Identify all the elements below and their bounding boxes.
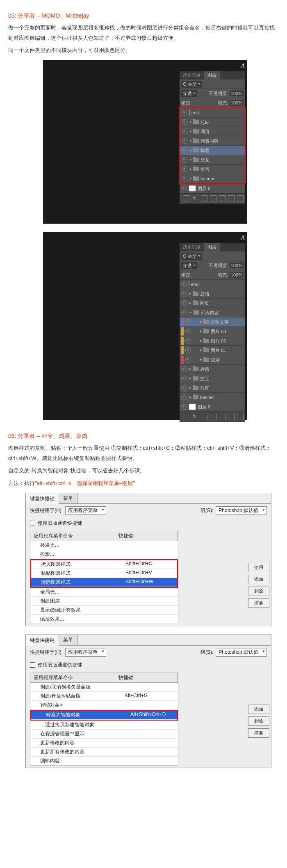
eye-icon[interactable] xyxy=(185,357,191,363)
eye-icon[interactable] xyxy=(185,347,191,353)
table-row[interactable]: 通过拷贝新建智能对象 xyxy=(30,721,178,730)
eye-icon[interactable] xyxy=(181,385,187,391)
adj-icon[interactable] xyxy=(210,195,216,202)
table-row[interactable]: 更新所有修改的内容 xyxy=(30,748,178,757)
layer-row[interactable]: 标题 xyxy=(180,365,245,374)
tab-shortcuts[interactable]: 键盘快捷键 xyxy=(26,494,59,504)
eye-icon[interactable] xyxy=(181,310,187,315)
btn-use[interactable]: 使用 xyxy=(248,563,269,572)
table-row[interactable]: 显示/隐藏所有效果 xyxy=(30,606,178,615)
folder-icon[interactable] xyxy=(219,195,226,202)
table-row[interactable]: 清除图层样式Shift+Ctrl+W xyxy=(31,578,177,587)
layer-row[interactable]: 列表内容 xyxy=(180,308,245,317)
layer-row[interactable]: 交互 xyxy=(180,155,245,165)
eye-icon[interactable] xyxy=(182,147,187,153)
eye-icon[interactable] xyxy=(185,319,191,325)
eye-icon[interactable] xyxy=(182,157,187,163)
tab-layers[interactable]: 图层 xyxy=(204,71,220,79)
table-row[interactable]: 缩放效果... xyxy=(30,615,178,624)
layer-row[interactable]: banner xyxy=(180,393,245,402)
btn-summary[interactable]: 摘要 xyxy=(248,598,269,608)
layer-row[interactable]: 前言 xyxy=(180,383,245,393)
eye-icon[interactable] xyxy=(185,329,191,334)
legacy-checkbox[interactable] xyxy=(30,662,35,668)
eye-icon[interactable] xyxy=(181,291,187,297)
opacity-value[interactable]: 100% xyxy=(230,91,244,96)
layer-row[interactable]: 总结 xyxy=(180,118,245,127)
mask-icon[interactable] xyxy=(201,195,207,202)
table-row[interactable]: 创建/取消创换矢量蒙版 xyxy=(30,683,178,692)
eye-icon[interactable] xyxy=(181,300,187,306)
layer-row[interactable]: end xyxy=(180,280,245,289)
eye-icon[interactable] xyxy=(181,404,187,410)
new-icon[interactable] xyxy=(228,195,235,202)
table-row[interactable]: 粘贴图层样式Shift+Ctrl+V xyxy=(31,569,177,578)
btn-summary[interactable]: 摘要 xyxy=(248,728,269,738)
eye-icon[interactable] xyxy=(181,376,187,381)
eye-icon[interactable] xyxy=(181,366,187,372)
layer-row[interactable]: banner xyxy=(180,174,245,184)
table-row[interactable]: 智能对象> xyxy=(30,701,178,710)
kind-dropdown[interactable]: Q 类型 xyxy=(181,81,202,88)
trash-icon[interactable] xyxy=(237,195,244,202)
legacy-checkbox[interactable] xyxy=(30,521,35,526)
eye-icon[interactable] xyxy=(182,110,187,116)
opacity-value[interactable]: 100% xyxy=(230,263,244,268)
fill-value[interactable]: 100% xyxy=(230,100,244,106)
blend-dropdown[interactable]: 穿透 xyxy=(181,90,197,97)
blend-dropdown[interactable]: 穿透 xyxy=(181,262,197,269)
layer-row[interactable]: 图片 02 xyxy=(180,336,245,346)
table-row[interactable]: 在资源管理器中显示 xyxy=(30,730,178,739)
eye-icon[interactable] xyxy=(182,176,187,181)
layer-row[interactable]: 图层 0 xyxy=(180,402,245,412)
table-row[interactable]: 全局光... xyxy=(30,588,178,597)
tab-history[interactable]: 历史记录 xyxy=(180,71,204,79)
layer-row[interactable]: 网页 xyxy=(180,299,245,308)
layer-row[interactable]: 前言 xyxy=(180,165,245,174)
fill-value[interactable]: 100% xyxy=(230,272,244,278)
table-row[interactable]: 创建/释放剪贴蒙版Alt+Ctrl+G xyxy=(30,692,178,701)
table-row[interactable]: 拷贝图层样式Shift+Ctrl+C xyxy=(31,560,177,569)
shortcuts-for-select[interactable]: 应用程序菜单 xyxy=(65,506,106,515)
tab-menus[interactable]: 菜单 xyxy=(59,493,77,503)
layer-row[interactable]: 图片 01 xyxy=(180,346,245,355)
layer-row[interactable]: 总结 xyxy=(180,289,245,299)
table-row[interactable]: 创建图层 xyxy=(30,597,178,606)
eye-icon[interactable] xyxy=(182,129,187,134)
eye-icon[interactable] xyxy=(181,186,187,191)
set-select[interactable]: Photoshop 默认值 xyxy=(216,648,267,657)
eye-icon[interactable] xyxy=(181,281,187,287)
btn-del[interactable]: 删除 xyxy=(248,587,269,596)
layer-row[interactable]: 列表内容 xyxy=(180,136,245,146)
layer-row[interactable]: 类别 xyxy=(180,355,245,365)
btn-add[interactable]: 添加 xyxy=(248,705,269,714)
table-row[interactable]: 编辑内容 xyxy=(30,757,178,766)
link-icon[interactable] xyxy=(184,195,190,202)
kind-dropdown[interactable]: Q 类型 xyxy=(181,253,202,260)
shortcuts-for-select[interactable]: 应用程序菜单 xyxy=(65,648,106,657)
layer-row[interactable]: 标题 xyxy=(180,146,245,155)
layer-row[interactable]: end xyxy=(180,108,245,118)
fx-icon[interactable]: fx xyxy=(193,195,198,201)
eye-icon[interactable] xyxy=(182,119,187,125)
eye-icon[interactable] xyxy=(182,166,187,172)
layer-row[interactable]: 交互 xyxy=(180,374,245,383)
eye-icon[interactable] xyxy=(182,138,187,144)
table-row[interactable]: 更新修改的内容 xyxy=(30,739,178,748)
btn-del[interactable]: 删除 xyxy=(248,716,269,726)
set-select[interactable]: Photoshop 默认值 xyxy=(216,506,267,515)
table-row[interactable]: 投影... xyxy=(30,550,178,559)
layer-row[interactable]: 说明文字 xyxy=(180,317,245,327)
eye-icon[interactable] xyxy=(185,338,191,344)
layer-row[interactable]: 图片 03 xyxy=(180,327,245,336)
layer-row[interactable]: 网页 xyxy=(180,127,245,136)
tab-history[interactable]: 历史记录 xyxy=(180,243,204,252)
tab-layers[interactable]: 图层 xyxy=(204,243,220,252)
table-row[interactable]: 转换为智能对象Alt+Shift+Ctrl+D xyxy=(31,711,177,720)
tab-shortcuts[interactable]: 键盘快捷键 xyxy=(26,635,59,646)
layer-row[interactable]: 图层 0 xyxy=(180,184,245,193)
table-row[interactable]: 外发光... xyxy=(30,541,178,550)
btn-add[interactable]: 添加 xyxy=(248,575,269,584)
eye-icon[interactable] xyxy=(181,394,187,400)
tab-menus[interactable]: 菜单 xyxy=(59,635,77,645)
